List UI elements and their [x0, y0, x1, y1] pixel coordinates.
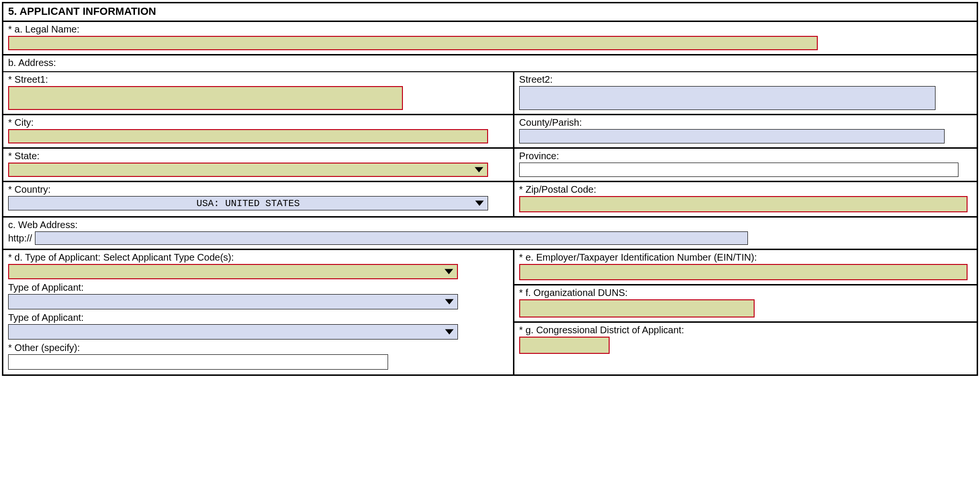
city-label: * City:	[8, 117, 508, 128]
state-cell: * State:	[3, 149, 514, 182]
web-address-field[interactable]	[35, 231, 748, 245]
cong-dist-cell: * g. Congressional District of Applicant…	[514, 323, 977, 374]
street2-field[interactable]	[519, 86, 935, 110]
country-cell: * Country: USA: UNITED STATES	[3, 182, 514, 218]
street2-label: Street2:	[519, 74, 972, 85]
other-specify-field[interactable]	[8, 354, 388, 370]
web-address-cell: c. Web Address: http://	[3, 218, 977, 250]
state-label: * State:	[8, 151, 508, 162]
section-header: 5. APPLICANT INFORMATION	[3, 3, 977, 22]
street2-cell: Street2:	[514, 72, 977, 115]
duns-label: * f. Organizational DUNS:	[519, 287, 972, 298]
other-specify-label: * Other (specify):	[8, 342, 508, 353]
street1-field[interactable]	[8, 86, 403, 110]
address-header-cell: b. Address:	[3, 55, 977, 72]
ein-label: * e. Employer/Taxpayer Identification Nu…	[519, 252, 972, 263]
http-prefix: http://	[8, 233, 32, 244]
applicant-information-section: 5. APPLICANT INFORMATION * a. Legal Name…	[2, 2, 978, 376]
street1-cell: * Street1:	[3, 72, 514, 115]
county-label: County/Parish:	[519, 117, 972, 128]
applicant-type-column: * d. Type of Applicant: Select Applicant…	[3, 250, 514, 374]
province-cell: Province:	[514, 149, 977, 182]
city-cell: * City:	[3, 115, 514, 149]
cong-dist-label: * g. Congressional District of Applicant…	[519, 325, 972, 336]
county-field[interactable]	[519, 129, 945, 143]
applicant-type-3-label: Type of Applicant:	[8, 312, 508, 323]
zip-label: * Zip/Postal Code:	[519, 184, 972, 195]
country-label: * Country:	[8, 184, 508, 195]
street1-label: * Street1:	[8, 74, 508, 85]
country-value: USA: UNITED STATES	[196, 198, 300, 209]
province-field[interactable]	[519, 163, 958, 177]
applicant-type-2-dropdown[interactable]	[8, 294, 458, 309]
province-label: Province:	[519, 151, 972, 162]
applicant-type-1-dropdown[interactable]	[8, 264, 458, 279]
zip-cell: * Zip/Postal Code:	[514, 182, 977, 218]
applicant-type-2-label: Type of Applicant:	[8, 282, 508, 293]
state-dropdown[interactable]	[8, 163, 488, 177]
ein-field[interactable]	[519, 264, 968, 280]
legal-name-cell: * a. Legal Name:	[3, 22, 977, 55]
duns-field[interactable]	[519, 299, 755, 318]
county-cell: County/Parish:	[514, 115, 977, 149]
chevron-down-icon	[475, 167, 483, 173]
address-label: b. Address:	[8, 57, 972, 68]
city-field[interactable]	[8, 129, 488, 143]
applicant-type-3-dropdown[interactable]	[8, 324, 458, 340]
chevron-down-icon	[445, 329, 454, 335]
chevron-down-icon	[445, 299, 454, 305]
applicant-type-d-label: * d. Type of Applicant: Select Applicant…	[8, 252, 508, 263]
country-dropdown[interactable]: USA: UNITED STATES	[8, 196, 488, 210]
duns-cell: * f. Organizational DUNS:	[514, 285, 977, 323]
cong-dist-field[interactable]	[519, 337, 610, 354]
chevron-down-icon	[445, 269, 453, 274]
zip-field[interactable]	[519, 196, 968, 212]
web-address-label: c. Web Address:	[8, 219, 972, 230]
legal-name-label: * a. Legal Name:	[8, 24, 972, 35]
chevron-down-icon	[475, 201, 484, 206]
legal-name-field[interactable]	[8, 36, 818, 50]
ein-cell: * e. Employer/Taxpayer Identification Nu…	[514, 250, 977, 285]
